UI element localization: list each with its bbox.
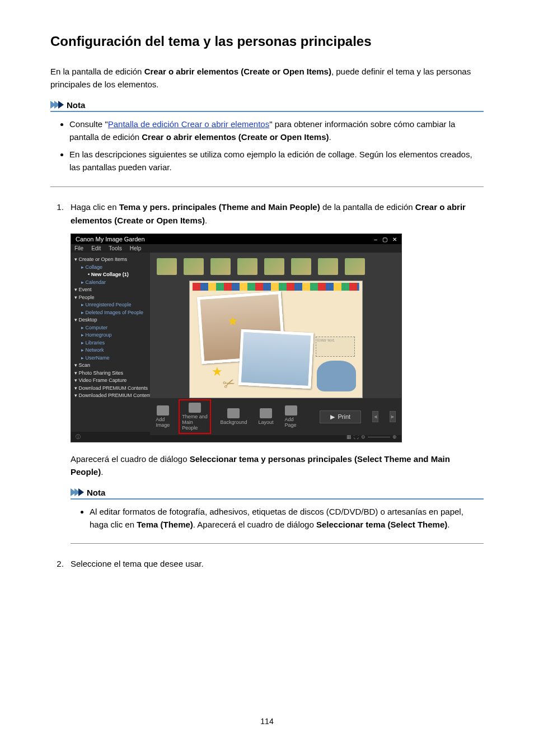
add-image-button[interactable]: Add Image [156,405,170,428]
sidebar-item[interactable]: ▾ Desktop [73,316,148,324]
close-icon[interactable]: ✕ [392,236,397,242]
maximize-icon[interactable]: ▢ [382,236,387,242]
note-block-1: Nota Consulte "Pantalla de edición Crear… [50,100,484,187]
n2i1-bold2: Seleccionar tema (Select Theme) [316,520,447,529]
s1-mid: de la pantalla de edición [320,202,415,212]
sidebar-item[interactable]: ▸ UserName [73,354,148,362]
thumbnail[interactable] [237,258,257,275]
n1i1-bold: Crear o abrir elementos (Create or Open … [142,132,329,142]
theme-main-people-button[interactable]: Theme and Main People [181,402,209,432]
sidebar-item[interactable]: ▸ Collage [73,264,148,272]
sidebar-item[interactable]: ▸ Network [73,347,148,354]
menu-tools[interactable]: Tools [109,245,121,251]
play-icon: ▶ [330,413,335,421]
page-number: 114 [50,717,484,726]
window-controls: – ▢ ✕ [371,236,397,242]
rotate-right-button[interactable]: ► [390,411,396,422]
bunting-decoration [193,283,359,291]
collage-textbox[interactable]: Enter text. [316,337,355,357]
app-screenshot: Canon My Image Garden – ▢ ✕ File Edit To… [71,234,402,442]
s1-suffix: . [205,216,207,225]
sidebar-item[interactable]: ▸ Calendar [73,279,148,287]
menu-file[interactable]: File [74,245,83,251]
sidebar-item[interactable]: ▾ People [73,294,148,302]
note-chevron-icon [71,488,82,496]
theme-label: Theme and Main People [182,414,208,431]
thumbnail[interactable] [184,258,204,275]
n1i1-prefix: Consulte " [69,119,108,129]
sidebar-item[interactable]: ▾ Photo Sharing Sites [73,370,148,377]
page-title: Configuración del tema y las personas pr… [50,34,484,49]
bottom-toolbar: Add Image Theme and Main People Backgrou… [150,398,401,435]
star-icon: ★ [227,314,238,329]
add-image-label: Add Image [156,417,170,428]
note2-item1: Al editar formatos de fotografía, adhesi… [90,505,484,531]
elephant-decoration [317,361,356,391]
s1-bold1: Tema y pers. principales (Theme and Main… [119,202,320,212]
note-title: Nota [87,488,105,497]
thumbnail[interactable] [264,258,284,275]
theme-icon [189,403,201,413]
thumbnail[interactable] [157,258,177,275]
s1-prefix: Haga clic en [71,202,119,212]
layout-button[interactable]: Layout [259,408,274,425]
add-image-icon [157,405,169,416]
sidebar-item[interactable]: ▸ Unregistered People [73,301,148,309]
status-info-icon: ⓘ [76,433,81,441]
sidebar-item[interactable]: ▸ Homegroup [73,332,148,339]
n2i1-suffix: . [447,520,449,529]
as-prefix: Aparecerá el cuadro de diálogo [71,454,190,464]
collage-photo[interactable] [238,329,313,389]
n2i1-bold1: Tema (Theme) [137,520,193,529]
menu-help[interactable]: Help [130,245,142,251]
sidebar: ▾ Create or Open Items▸ Collage• New Col… [71,253,150,432]
rotate-left-button[interactable]: ◄ [372,411,378,422]
canvas-area: ★ ★ ✂ Enter text. [150,281,401,398]
menubar: File Edit Tools Help [71,244,401,253]
sidebar-item[interactable]: ▾ Scan [73,362,148,370]
thumbnail[interactable] [318,258,338,275]
background-icon [227,408,240,418]
thumbnail-strip [150,253,401,281]
intro-bold: Crear o abrir elementos (Create or Open … [144,67,331,76]
note-title: Nota [67,100,85,110]
sidebar-item[interactable]: ▾ Download PREMIUM Contents [73,385,148,393]
sidebar-item[interactable]: ▸ Libraries [73,339,148,347]
main-editor-area: ★ ★ ✂ Enter text. Add Image [150,253,401,432]
sidebar-item[interactable]: ▾ Downloaded PREMIUM Contents [73,392,148,400]
minimize-icon[interactable]: – [374,236,377,242]
sidebar-item[interactable]: • New Collage (1) [73,271,148,279]
after-screenshot-text: Aparecerá el cuadro de diálogo Seleccion… [71,452,484,479]
layout-icon [260,408,272,418]
sidebar-item[interactable]: ▸ Computer [73,324,148,332]
sidebar-item[interactable]: ▾ Create or Open Items [73,256,148,264]
add-page-button[interactable]: Add Page [285,405,297,428]
background-button[interactable]: Background [220,408,247,425]
thumbnail[interactable] [291,258,311,275]
thumbnail[interactable] [345,258,365,275]
sidebar-item[interactable]: ▸ Deleted Images of People [73,309,148,317]
note-chevron-icon [50,101,62,109]
sidebar-item[interactable]: ▾ Video Frame Capture [73,377,148,385]
scissors-icon: ✂ [220,374,237,394]
app-window-title: Canon My Image Garden [76,236,145,242]
n2i1-mid: . Aparecerá el cuadro de diálogo [193,520,316,529]
add-page-label: Add Page [285,417,297,428]
as-suffix: . [101,467,103,477]
intro-paragraph: En la pantalla de edición Crear o abrir … [50,65,484,91]
note-header: Nota [50,100,484,112]
thumbnail[interactable] [210,258,231,275]
edit-screen-link[interactable]: Pantalla de edición Crear o abrir elemen… [108,119,270,129]
n1i1-suffix: . [329,132,331,142]
note-block-2: Nota Al editar formatos de fotografía, a… [71,488,484,544]
sidebar-item[interactable]: ▾ Event [73,286,148,294]
print-label: Print [338,413,351,420]
print-button[interactable]: ▶ Print [320,410,362,423]
layout-label: Layout [259,419,274,425]
menu-edit[interactable]: Edit [91,245,101,251]
collage-preview[interactable]: ★ ★ ✂ Enter text. [189,281,363,398]
step-1: Haga clic en Tema y pers. principales (T… [66,200,484,228]
note1-item2: En las descripciones siguientes se utili… [69,148,484,174]
intro-prefix: En la pantalla de edición [50,67,144,76]
zoom-slider[interactable] [368,437,390,437]
